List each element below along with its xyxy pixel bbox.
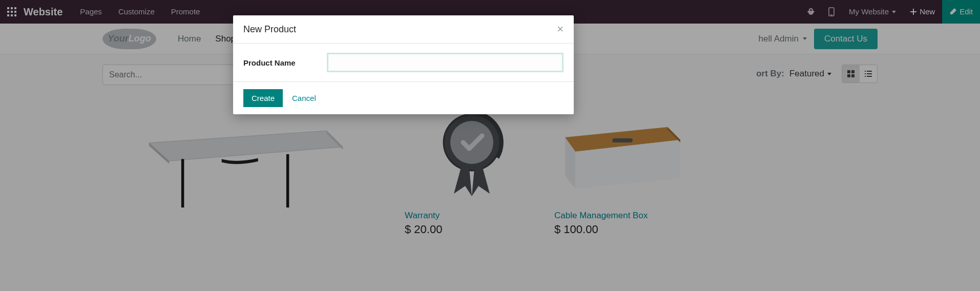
product-name-input[interactable] bbox=[327, 53, 564, 72]
product-name-label: Product Name bbox=[243, 58, 318, 67]
modal-close-button[interactable]: × bbox=[557, 24, 564, 35]
modal-header: New Product × bbox=[233, 15, 574, 44]
modal-body: Product Name bbox=[233, 44, 574, 82]
modal-footer: Create Cancel bbox=[233, 82, 574, 114]
new-product-modal: New Product × Product Name Create Cancel bbox=[233, 15, 574, 114]
cancel-button[interactable]: Cancel bbox=[292, 94, 316, 102]
modal-title: New Product bbox=[243, 24, 296, 35]
create-button[interactable]: Create bbox=[243, 89, 283, 107]
